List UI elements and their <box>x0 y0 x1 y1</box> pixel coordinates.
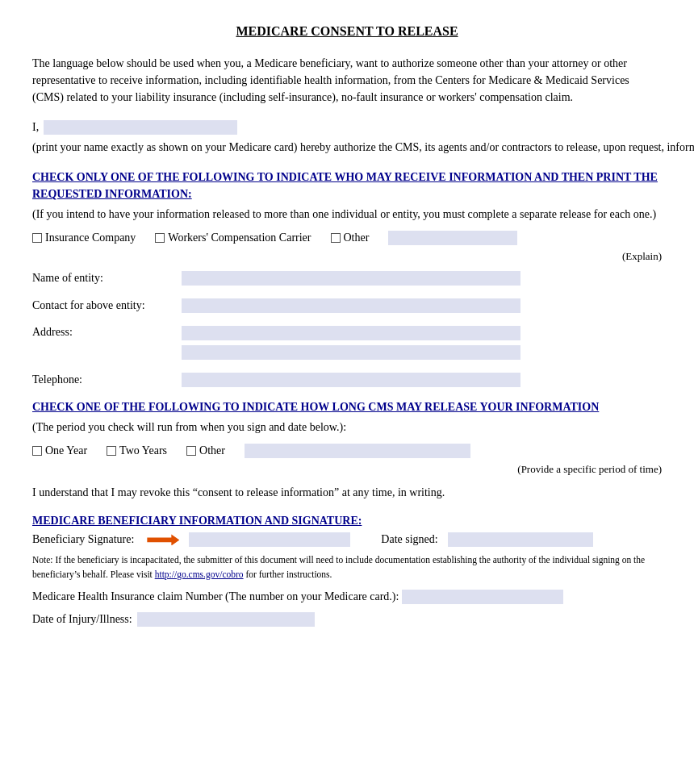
checkbox-insurance[interactable]: Insurance Company <box>32 231 136 244</box>
two-years-label: Two Years <box>119 444 167 457</box>
medicare-num-row: Medicare Health Insurance claim Number (… <box>32 590 662 604</box>
doi-row: Date of Injury/Illness: <box>32 612 662 627</box>
checkbox-row-period: One Year Two Years Other <box>32 444 662 458</box>
checkbox-other-period[interactable]: Other <box>186 444 225 457</box>
name-of-entity-label: Name of entity: <box>32 272 182 285</box>
medicare-num-label: Medicare Health Insurance claim Number (… <box>32 590 399 603</box>
date-signed-input[interactable] <box>448 532 593 547</box>
section1-heading: CHECK ONLY ONE OF THE FOLLOWING TO INDIC… <box>32 169 662 202</box>
address-line1-input[interactable] <box>182 326 520 340</box>
address-line2-input[interactable] <box>182 345 520 360</box>
telephone-row: Telephone: <box>32 373 662 387</box>
other-period-label: Other <box>199 444 225 457</box>
revoke-text: I understand that I may revoke this “con… <box>32 484 662 501</box>
checkbox-other-entity[interactable]: Other <box>331 231 370 244</box>
name-of-entity-row: Name of entity: <box>32 271 662 286</box>
other-period-input[interactable] <box>245 444 470 458</box>
doi-input[interactable] <box>137 612 315 627</box>
name-prefix: I, <box>32 117 39 137</box>
other-entity-label: Other <box>344 231 370 244</box>
address-label: Address: <box>32 326 182 339</box>
address-fields <box>182 326 520 360</box>
note-text: Note: If the beneficiary is incapacitate… <box>32 553 662 582</box>
checkbox-two-years[interactable]: Two Years <box>107 444 167 457</box>
beneficiary-name-input[interactable] <box>44 120 237 135</box>
contact-row: Contact for above entity: <box>32 298 662 313</box>
checkbox-one-year[interactable]: One Year <box>32 444 87 457</box>
intro-paragraph: The language below should be used when y… <box>32 55 662 106</box>
contact-label: Contact for above entity: <box>32 299 182 312</box>
signature-input[interactable] <box>189 532 350 547</box>
other-entity-explain-input[interactable] <box>388 231 517 245</box>
telephone-input[interactable] <box>182 373 520 387</box>
two-years-checkbox[interactable] <box>107 446 116 456</box>
telephone-label: Telephone: <box>32 373 182 386</box>
other-period-checkbox[interactable] <box>186 446 196 456</box>
name-line: I, (print your name exactly as shown on … <box>32 117 662 157</box>
section3-heading: MEDICARE BENEFICIARY INFORMATION AND SIG… <box>32 512 662 529</box>
sig-label: Beneficiary Signature: <box>32 533 134 546</box>
arrow-indicator <box>147 534 179 545</box>
section2-note: (The period you check will run from when… <box>32 419 662 436</box>
section2-heading: CHECK ONE OF THE FOLLOWING TO INDICATE H… <box>32 398 662 415</box>
section1-note: (If you intend to have your information … <box>32 206 662 223</box>
contact-input[interactable] <box>182 298 520 313</box>
insurance-label: Insurance Company <box>45 231 136 244</box>
address-block: Address: <box>32 326 662 360</box>
checkbox-row-entities: Insurance Company Workers' Compensation … <box>32 231 662 245</box>
provide-note: (Provide a specific period of time) <box>32 463 662 476</box>
signature-row: Beneficiary Signature: Date signed: <box>32 532 662 547</box>
workers-comp-label: Workers' Compensation Carrier <box>168 231 311 244</box>
medicare-num-input[interactable] <box>402 590 563 604</box>
insurance-checkbox[interactable] <box>32 233 42 243</box>
cobro-link[interactable]: http://go.cms.gov/cobro <box>155 569 244 579</box>
name-of-entity-input[interactable] <box>182 271 520 286</box>
doi-label: Date of Injury/Illness: <box>32 613 132 626</box>
one-year-checkbox[interactable] <box>32 446 42 456</box>
date-signed-label: Date signed: <box>381 533 437 546</box>
workers-comp-checkbox[interactable] <box>155 233 165 243</box>
other-entity-checkbox[interactable] <box>331 233 341 243</box>
page-title: MEDICARE CONSENT TO RELEASE <box>32 24 662 39</box>
name-suffix: (print your name exactly as shown on you… <box>32 137 694 157</box>
one-year-label: One Year <box>45 444 87 457</box>
checkbox-workers-comp[interactable]: Workers' Compensation Carrier <box>155 231 311 244</box>
explain-label: (Explain) <box>32 250 662 263</box>
